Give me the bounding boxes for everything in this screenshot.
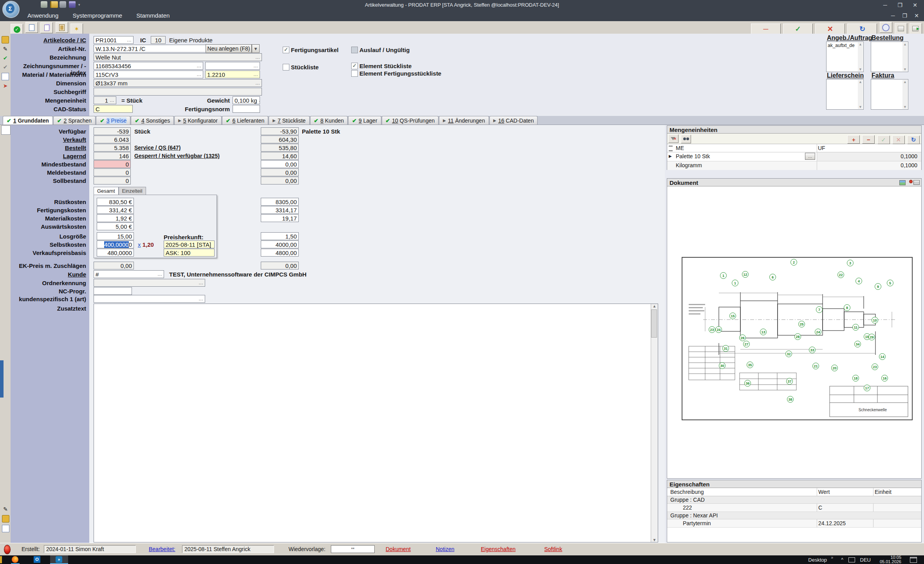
tab-4-sonstiges[interactable]: ✔4 Sonstiges <box>131 116 174 125</box>
materialkosten-value2[interactable]: 19,17 <box>261 214 299 222</box>
neu-anlegen-dropdown-icon[interactable]: ▾ <box>252 44 260 53</box>
artikel-nr-input[interactable]: W.13.N-272.371 /C… <box>94 45 223 52</box>
mdi-minimize-button[interactable]: ─ <box>888 13 898 19</box>
tab-1-grunddaten[interactable]: ✔1 Grunddaten <box>3 116 53 125</box>
zusatztext-textarea[interactable]: ▲▼ <box>94 304 658 542</box>
package-run-icon[interactable]: ▶ <box>910 23 922 34</box>
losgroesse-input[interactable]: 15,00 <box>97 232 134 240</box>
lieferschein-scrollbar[interactable]: ▲▼ <box>858 80 863 109</box>
dokument-viewport[interactable]: Schneckenwelle 2311262249511578111019132… <box>668 187 921 478</box>
me-col-header[interactable]: ME <box>676 145 684 151</box>
wiedervorlage-button[interactable]: ** <box>331 545 375 553</box>
zusatztext-scrollbar[interactable]: ▲▼ <box>651 304 658 542</box>
meldebestand-input[interactable]: 0 <box>94 168 131 176</box>
zeichnungsnummer-input[interactable]: 11685343456… <box>94 62 203 70</box>
mdi-restore-button[interactable]: ❐ <box>900 13 910 19</box>
label-verkauft[interactable]: Verkauft <box>13 136 86 143</box>
sollbestand-input[interactable]: 0 <box>94 177 131 184</box>
property-row-partytermin[interactable]: Partytermin 24.12.2025 <box>667 519 921 528</box>
firefox-icon[interactable] <box>12 556 18 563</box>
label-artikelcode[interactable]: Artikelcode / IC <box>13 37 86 43</box>
gesperrt-link[interactable]: Gesperrt / Nicht verfügbar (1325) <box>134 153 220 159</box>
dokument-link[interactable]: Dokument <box>386 546 411 552</box>
angebot-textbox[interactable]: ak_auftxt_de ▲▼ <box>826 42 864 72</box>
new-document-icon[interactable] <box>25 22 38 33</box>
property-row-222[interactable]: 222 C <box>667 504 921 512</box>
record-delete-button[interactable]: ─ <box>751 24 781 34</box>
neu-anlegen-button[interactable]: Neu anlegen (F8) <box>206 44 252 53</box>
edit-pencil-icon[interactable]: ✎ <box>2 46 9 52</box>
mindestbestand-input[interactable]: 0 <box>94 160 131 168</box>
gewicht-input[interactable]: 0,100 kg… <box>233 96 260 104</box>
image-icon[interactable] <box>899 180 906 185</box>
softlink-link[interactable]: Softlink <box>544 546 562 552</box>
document-icon[interactable] <box>2 73 9 80</box>
menu-systemprogramme[interactable]: Systemprogramme <box>66 10 128 21</box>
me-refresh-button[interactable]: ↻ <box>907 136 920 144</box>
notification-center-icon[interactable] <box>910 557 917 563</box>
fertigungskosten-input[interactable]: 331,42 € <box>97 206 134 214</box>
tab-2-sprachen[interactable]: ✔2 Sprachen <box>53 116 96 125</box>
tab-9-lager[interactable]: ✔9 Lager <box>348 116 381 125</box>
mdi-close-button[interactable]: ✕ <box>911 13 922 19</box>
auswaertskosten-input[interactable]: 5,00 € <box>97 222 134 230</box>
bearbeitet-link[interactable]: Bearbeitet: <box>149 546 175 552</box>
tab-11-änderungen[interactable]: ▶11 Änderungen <box>439 116 489 125</box>
paste-icon[interactable] <box>56 22 68 33</box>
label-bestellt[interactable]: Bestellt <box>13 145 86 151</box>
menu-anwendung[interactable]: Anwendung <box>21 10 65 21</box>
label-kunde[interactable]: Kunde <box>13 271 86 278</box>
language-indicator[interactable]: DEU <box>860 557 871 563</box>
fertigungskosten-value2[interactable]: 3314,17 <box>261 206 299 214</box>
kunde-input[interactable]: #… <box>94 270 164 278</box>
tab-gesamt[interactable]: Gesamt <box>94 187 119 195</box>
notizen-link[interactable]: Notizen <box>436 546 454 552</box>
factor-x-link[interactable]: x <box>138 241 141 248</box>
window-close-button[interactable]: ✕ <box>908 2 922 8</box>
clock[interactable]: 10:05 05.01.2026 <box>880 555 901 564</box>
me-cancel-button[interactable]: ✕ <box>892 136 905 144</box>
document2-icon[interactable] <box>2 525 9 532</box>
apply-icon[interactable]: ✓ <box>11 24 23 35</box>
me-save-button[interactable]: ✓ <box>877 136 890 144</box>
element-fertigungsstueckliste-checkbox[interactable] <box>351 70 358 77</box>
menu-stammdaten[interactable]: Stammdaten <box>130 10 176 21</box>
bestellung-textbox[interactable]: ▲▼ <box>871 42 908 72</box>
nc-progr-input[interactable] <box>94 287 132 295</box>
selbstkosten-input[interactable]: 400,00000 <box>97 240 134 248</box>
notes-icon[interactable] <box>2 36 9 43</box>
record-cancel-button[interactable]: ✕ <box>815 24 845 34</box>
jump-arrow-icon[interactable]: ➤ <box>2 83 9 89</box>
element-stueckliste-checkbox[interactable] <box>351 63 358 69</box>
record-save-button[interactable]: ✓ <box>783 24 813 34</box>
verkaufspreisbasis-input[interactable]: 480,0000 <box>97 249 134 257</box>
window-maximize-button[interactable]: ❐ <box>893 2 907 8</box>
dimension-input[interactable]: Ø13x37 mm… <box>94 79 262 87</box>
tab-5-konfigurator[interactable]: ▶5 Konfigurator <box>174 116 222 125</box>
network-icon[interactable] <box>848 557 855 562</box>
faktura-textbox[interactable]: ▲▼ <box>871 79 908 110</box>
stueckliste-checkbox[interactable] <box>283 64 289 70</box>
verkaufspreisbasis-value2[interactable]: 4800,00 <box>261 249 299 257</box>
history-icon[interactable] <box>880 22 892 33</box>
search-binoculars-icon[interactable] <box>681 135 691 143</box>
selbstkosten-value2[interactable]: 4000,00 <box>261 240 299 248</box>
ordnerkennung-input[interactable]: … <box>94 279 205 287</box>
auslauf-checkbox[interactable] <box>351 47 358 53</box>
lieferschein-textbox[interactable]: ▲▼ <box>826 79 864 110</box>
col-wert[interactable]: Wert <box>818 489 830 495</box>
artikelcode-input[interactable]: PR1001… <box>94 36 134 44</box>
fertigungsnorm-input[interactable] <box>233 105 260 113</box>
window-minimize-button[interactable]: ─ <box>879 2 892 8</box>
service-qs-link[interactable]: Service / QS (647) <box>134 145 180 151</box>
material-input[interactable]: 115CrV3… <box>94 70 203 78</box>
col-beschreibung[interactable]: Beschreibung <box>670 489 704 495</box>
edit-pencil2-icon[interactable]: ✎ <box>2 506 9 513</box>
tab-10-qs-prüfungen[interactable]: ✔10 QS-Prüfungen <box>382 116 439 125</box>
col-einheit[interactable]: Einheit <box>875 489 892 495</box>
bestellung-scrollbar[interactable]: ▲▼ <box>902 42 908 71</box>
package-icon[interactable] <box>895 23 907 34</box>
side-blue-tab[interactable] <box>0 360 4 398</box>
me-row-kilogramm[interactable]: Kilogramm 0,1000 <box>667 161 921 170</box>
strip-white-button[interactable] <box>1 125 11 135</box>
